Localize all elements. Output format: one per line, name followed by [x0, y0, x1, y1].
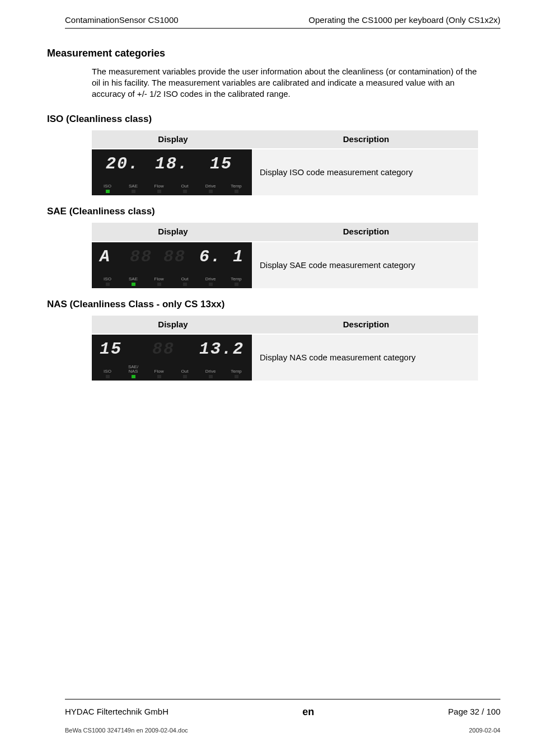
sae-device: A 88 88 6. 1 ISOSAEFlowOutDriveTemp	[92, 242, 252, 288]
indicator-light	[106, 283, 110, 286]
indicator-light	[235, 283, 238, 286]
header-left: ContaminationSensor CS1000	[65, 15, 179, 26]
indicator-label: Flow	[149, 369, 169, 378]
seg-value: A	[100, 246, 122, 269]
indicator-light	[209, 375, 213, 378]
iso-heading: ISO (Cleanliness class)	[47, 113, 500, 126]
col-display: Display	[92, 223, 254, 241]
indicator-label: Out	[175, 184, 195, 193]
indicator-label: SAE	[123, 277, 143, 286]
body-paragraph: The measurement variables provide the us…	[92, 66, 484, 100]
iso-description: Display ISO code measurement category	[254, 149, 478, 195]
indicator-label: Drive	[200, 184, 221, 193]
sae-description: Display SAE code measurement category	[254, 242, 478, 288]
indicator-label: Out	[175, 369, 195, 378]
indicator-label: Drive	[200, 369, 221, 378]
indicator-label: ISO	[97, 184, 118, 193]
indicator-light	[209, 190, 213, 193]
page-footer: HYDAC Filtertechnik GmbH en Page 32 / 10…	[65, 699, 500, 735]
iso-device: 20. 18. 15 ISOSAEFlowOutDriveTemp	[92, 149, 252, 195]
indicator-light	[157, 190, 161, 193]
col-description: Description	[254, 223, 478, 241]
indicator-label: ISO	[97, 369, 118, 378]
seg-value: 15	[198, 153, 244, 176]
nas-table: Display Description 15 88 13.2 ISOSAE/ N…	[92, 316, 478, 381]
footer-doc: BeWa CS1000 3247149n en 2009-02-04.doc	[65, 726, 188, 735]
sae-heading: SAE (Cleanliness class)	[47, 205, 500, 218]
seg-value: 15	[100, 338, 139, 361]
iso-display-cell: 20. 18. 15 ISOSAEFlowOutDriveTemp	[92, 149, 254, 195]
footer-lang: en	[302, 705, 314, 719]
nas-device: 15 88 13.2 ISOSAE/ NASFlowOutDriveTemp	[92, 335, 252, 381]
indicator-label: Out	[175, 277, 195, 286]
indicator-label: Drive	[200, 277, 221, 286]
indicator-label: Temp	[226, 184, 246, 193]
nas-heading: NAS (Cleanliness Class - only CS 13xx)	[47, 298, 500, 311]
indicator-light	[132, 375, 135, 378]
seg-value: 20.	[100, 153, 146, 176]
seg-value: 18.	[149, 153, 195, 176]
indicator-light	[183, 375, 187, 378]
indicator-light	[132, 190, 135, 193]
sae-display-cell: A 88 88 6. 1 ISOSAEFlowOutDriveTemp	[92, 242, 254, 288]
footer-date: 2009-02-04	[469, 726, 500, 735]
nas-display-cell: 15 88 13.2 ISOSAE/ NASFlowOutDriveTemp	[92, 334, 254, 381]
section-title: Measurement categories	[47, 46, 500, 60]
seg-dim: 88	[142, 338, 185, 361]
sae-table: Display Description A 88 88 6. 1 ISOSAEF…	[92, 223, 478, 288]
col-description: Description	[254, 130, 478, 149]
indicator-light	[183, 190, 187, 193]
indicator-light	[106, 190, 110, 193]
iso-table: Display Description 20. 18. 15 ISOSAEFlo…	[92, 130, 478, 195]
indicator-light	[209, 283, 213, 286]
indicator-label: Flow	[149, 277, 169, 286]
indicator-label: SAE	[123, 184, 143, 193]
col-display: Display	[92, 316, 254, 334]
col-display: Display	[92, 130, 254, 149]
indicator-light	[157, 283, 161, 286]
seg-dim: 88 88	[125, 246, 190, 269]
indicator-light	[132, 283, 135, 286]
indicator-light	[183, 283, 187, 286]
seg-value: 13.2	[188, 338, 244, 361]
indicator-label: Flow	[149, 184, 169, 193]
indicator-light	[157, 375, 161, 378]
seg-value: 6. 1	[194, 246, 244, 269]
footer-company: HYDAC Filtertechnik GmbH	[65, 706, 168, 717]
indicator-light	[106, 375, 110, 378]
indicator-light	[235, 375, 238, 378]
header-right: Operating the CS1000 per keyboard (Only …	[308, 15, 500, 26]
indicator-label: ISO	[97, 277, 118, 286]
footer-page: Page 32 / 100	[448, 706, 500, 717]
indicator-light	[235, 190, 238, 193]
indicator-label: SAE/ NAS	[123, 365, 143, 378]
indicator-label: Temp	[226, 369, 246, 378]
col-description: Description	[254, 316, 478, 334]
nas-description: Display NAS code measurement category	[254, 334, 478, 381]
page-header: ContaminationSensor CS1000 Operating the…	[65, 15, 500, 29]
indicator-label: Temp	[226, 277, 246, 286]
